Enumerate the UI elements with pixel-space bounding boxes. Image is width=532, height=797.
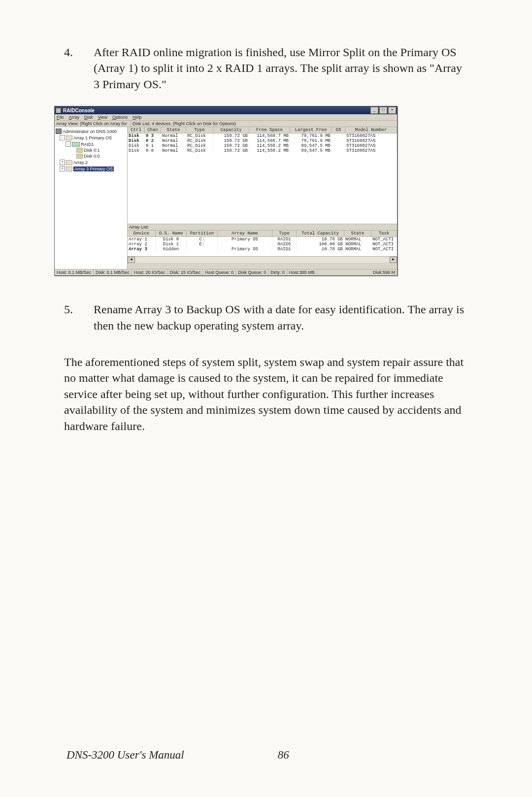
col-gs[interactable]: GS xyxy=(332,127,345,133)
array-icon xyxy=(66,166,72,171)
tree-disk-00[interactable]: Disk 0:0 xyxy=(56,153,127,159)
page-number: 86 xyxy=(278,749,289,762)
cell: NOT_ACTI xyxy=(371,247,397,252)
menu-help[interactable]: Help xyxy=(133,115,142,120)
cell xyxy=(332,138,345,143)
cell: C: xyxy=(187,237,218,242)
expand-icon[interactable]: + xyxy=(60,160,65,165)
tree-raid1[interactable]: -RAID1 xyxy=(56,141,127,147)
cell: 10.78 GB xyxy=(297,247,344,252)
cell xyxy=(332,133,345,138)
cell: 114,568.7 MB xyxy=(249,133,290,138)
cell: Disk xyxy=(128,133,145,138)
disk-row[interactable]: Disk0 0NormalRC_Disk158.72 GB114,558.2 M… xyxy=(128,148,397,153)
menu-view[interactable]: View xyxy=(98,115,107,120)
minimize-button[interactable]: _ xyxy=(370,107,378,114)
tree-array2[interactable]: +Array 2 xyxy=(56,159,127,166)
disk-row[interactable]: Disk0 3NormalRC_Disk158.72 GB114,568.7 M… xyxy=(128,133,397,138)
tree-root[interactable]: Administrator on DNS-1000 xyxy=(56,128,127,134)
menu-file[interactable]: File xyxy=(57,115,64,120)
menu-options[interactable]: Options xyxy=(112,115,128,120)
disk-row[interactable]: Disk0 2NormalRC_Disk158.72 GB114,568.7 M… xyxy=(128,138,397,143)
col-partition[interactable]: Partition xyxy=(187,231,218,237)
cell: RAID1 xyxy=(272,237,297,242)
cell: 0 3 xyxy=(145,133,161,138)
col-type[interactable]: Type xyxy=(272,231,297,237)
menu-array[interactable]: Array xyxy=(69,115,80,120)
maximize-button[interactable]: □ xyxy=(379,107,387,114)
col-type[interactable]: Type xyxy=(186,127,213,133)
cell: 10.78 GB xyxy=(297,237,344,242)
cell: 114,568.7 MB xyxy=(249,138,290,143)
col-arrayname[interactable]: Array Name xyxy=(218,231,272,237)
cell: 78,761.9 MB xyxy=(290,138,332,143)
array-row[interactable]: Array 3HiddenPrimary OSRAID110.78 GBNORM… xyxy=(128,247,397,252)
status-host-mb: Host: 0.1 MB/Sec xyxy=(55,269,94,275)
disk-row[interactable]: Disk0 1NormalRC_Disk158.72 GB114,558.2 M… xyxy=(128,143,397,148)
array-row[interactable]: Array 2Disk 1E:RAID5100.00 GBNORMALNOT_A… xyxy=(128,242,397,247)
disk-grid[interactable]: Ctrl Chan State Type Capacity Free Space… xyxy=(128,127,397,224)
cell xyxy=(218,242,272,247)
computer-icon xyxy=(56,129,62,134)
col-largestfree[interactable]: Largest Free xyxy=(290,127,332,133)
cell: Disk xyxy=(128,148,145,153)
cell: ST3160827AS xyxy=(345,133,397,138)
window-title: RAIDConsole xyxy=(63,108,370,113)
tree-array3-selected[interactable]: +Array 3 Primary OS xyxy=(56,166,127,172)
page-footer: DNS-3200 User's Manual 86 xyxy=(66,749,466,762)
array-icon xyxy=(66,160,72,165)
col-state[interactable]: State xyxy=(161,127,186,133)
scroll-left-button[interactable]: ◄ xyxy=(128,257,135,263)
cell: Primary OS xyxy=(218,247,272,252)
status-host-io: Host: 20 IO/Sec xyxy=(132,269,168,275)
menu-disk[interactable]: Disk xyxy=(84,115,93,120)
cell: Normal xyxy=(161,148,186,153)
cell: ST3160827AS xyxy=(345,138,397,143)
status-host-total: Host:385 MB xyxy=(287,269,317,275)
cell: ST3160827AS xyxy=(345,143,397,148)
cell: RC_Disk xyxy=(186,143,213,148)
col-state[interactable]: State xyxy=(344,231,371,237)
cell: Array 1 xyxy=(128,237,156,242)
cell: RC_Disk xyxy=(186,133,213,138)
scroll-right-button[interactable]: ► xyxy=(390,257,397,263)
document-page: 4. After RAID online migration is finish… xyxy=(0,0,532,797)
array-tree[interactable]: Administrator on DNS-1000 -Array 1 Prima… xyxy=(55,127,128,269)
right-pane: Ctrl Chan State Type Capacity Free Space… xyxy=(128,127,397,269)
col-task[interactable]: Task xyxy=(371,231,397,237)
col-device[interactable]: Device xyxy=(128,231,156,237)
step-4-number: 4. xyxy=(64,44,94,92)
cell: 89,547.5 MB xyxy=(290,148,332,153)
pane-labels: Array View: (Right Click on Array for Di… xyxy=(55,121,397,127)
array-view-label: Array View: (Right Click on Array for xyxy=(55,121,131,127)
array-icon xyxy=(66,135,72,140)
cell xyxy=(187,247,218,252)
col-chan[interactable]: Chan xyxy=(145,127,161,133)
scroll-track[interactable] xyxy=(135,257,389,263)
close-button[interactable]: × xyxy=(388,107,396,114)
col-osname[interactable]: O.S. Name xyxy=(156,231,187,237)
col-ctrl[interactable]: Ctrl xyxy=(128,127,145,133)
tree-array1[interactable]: -Array 1 Primary OS xyxy=(56,134,127,141)
array-list-label: Array List: xyxy=(128,224,397,231)
expand-icon[interactable]: + xyxy=(60,166,65,171)
manual-title: DNS-3200 User's Manual xyxy=(66,749,184,762)
col-totalcap[interactable]: Total Capacity xyxy=(297,231,344,237)
array-grid[interactable]: Device O.S. Name Partition Array Name Ty… xyxy=(128,231,397,256)
cell: 0 1 xyxy=(145,143,161,148)
cell: NORMAL xyxy=(344,247,371,252)
col-freespace[interactable]: Free Space xyxy=(249,127,290,133)
disk-grid-headers: Ctrl Chan State Type Capacity Free Space… xyxy=(128,127,397,133)
horizontal-scrollbar[interactable]: ◄ ► xyxy=(128,256,397,263)
col-model[interactable]: Model Number xyxy=(345,127,397,133)
cell: 158.72 GB xyxy=(213,138,249,143)
cell: 158.72 GB xyxy=(213,143,249,148)
titlebar[interactable]: RAIDConsole _ □ × xyxy=(55,106,397,114)
tree-disk-01[interactable]: Disk 0:1 xyxy=(56,147,127,153)
cell: Primary OS xyxy=(218,237,272,242)
col-capacity[interactable]: Capacity xyxy=(213,127,249,133)
expand-icon[interactable]: - xyxy=(66,141,71,147)
array-row[interactable]: Array 1Disk 0C:Primary OSRAID110.78 GBNO… xyxy=(128,237,397,242)
expand-icon[interactable]: - xyxy=(60,135,65,140)
app-icon xyxy=(56,108,61,113)
